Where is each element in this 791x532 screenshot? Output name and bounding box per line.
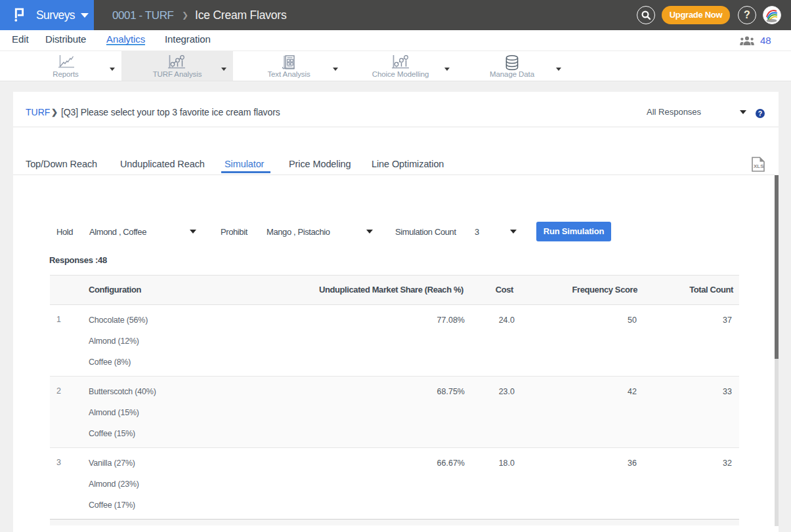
- svg-text:XLS: XLS: [754, 163, 764, 169]
